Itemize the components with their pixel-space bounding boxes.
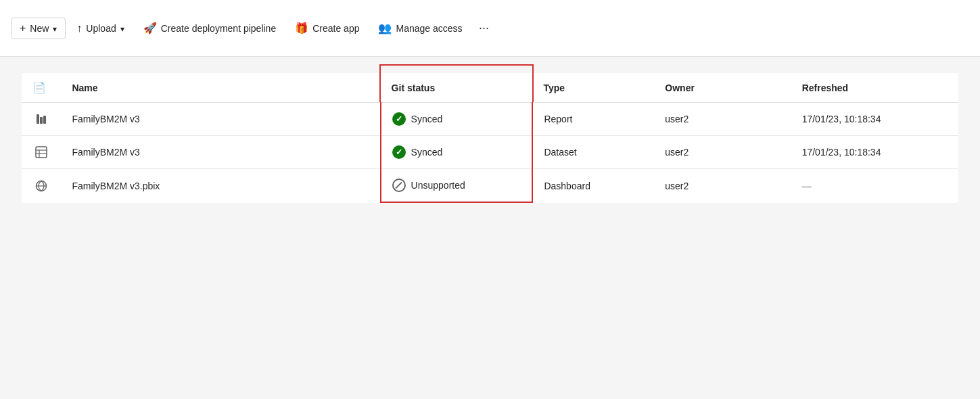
git-status-value: Synced bbox=[392, 112, 521, 126]
row-type: Report bbox=[532, 103, 654, 136]
more-icon: ··· bbox=[479, 21, 489, 35]
git-status-text: Synced bbox=[411, 114, 443, 124]
row-refreshed: 17/01/23, 10:18:34 bbox=[791, 136, 958, 169]
new-label: New bbox=[30, 23, 49, 34]
table-header-row: 📄 Name Git status Type Owner Refreshed bbox=[22, 73, 958, 103]
row-git-status: Synced bbox=[381, 136, 533, 169]
more-options-button[interactable]: ··· bbox=[473, 18, 495, 39]
row-type-icon bbox=[22, 169, 61, 203]
col-header-icon: 📄 bbox=[22, 73, 61, 103]
items-table: 📄 Name Git status Type Owner Refreshed bbox=[22, 73, 958, 203]
col-header-refreshed[interactable]: Refreshed bbox=[791, 73, 958, 103]
row-name: FamilyBM2M v3 bbox=[61, 103, 380, 136]
row-owner: user2 bbox=[654, 169, 791, 203]
row-type: Dashboard bbox=[532, 169, 654, 203]
svg-rect-3 bbox=[36, 147, 47, 158]
create-app-button[interactable]: 🎁 Create app bbox=[287, 18, 367, 39]
unsupported-icon bbox=[392, 179, 406, 192]
new-button[interactable]: + New bbox=[11, 18, 66, 39]
main-content: 📄 Name Git status Type Owner Refreshed bbox=[0, 57, 980, 219]
col-header-name[interactable]: Name bbox=[61, 73, 380, 103]
table-row[interactable]: FamilyBM2M v3 Synced Report user2 17/01/… bbox=[22, 103, 958, 136]
create-app-label: Create app bbox=[312, 23, 359, 34]
manage-access-icon: 👥 bbox=[378, 22, 392, 34]
create-pipeline-label: Create deployment pipeline bbox=[161, 23, 276, 34]
row-git-status: Unsupported bbox=[381, 169, 533, 203]
manage-access-button[interactable]: 👥 Manage access bbox=[370, 18, 470, 39]
git-status-text: Unsupported bbox=[411, 180, 465, 191]
row-type-icon bbox=[22, 103, 61, 136]
app-icon: 🎁 bbox=[295, 22, 308, 34]
manage-access-label: Manage access bbox=[396, 23, 462, 34]
row-type-icon bbox=[22, 136, 61, 169]
refreshed-value: 17/01/23, 10:18:34 bbox=[802, 114, 881, 124]
pipeline-icon: 🚀 bbox=[143, 22, 157, 34]
git-status-value: Unsupported bbox=[392, 179, 521, 192]
table-row[interactable]: FamilyBM2M v3 Synced Dataset user2 17/01… bbox=[22, 136, 958, 169]
toolbar: + New ↑ Upload 🚀 Create deployment pipel… bbox=[0, 0, 980, 57]
col-header-type[interactable]: Type bbox=[532, 73, 654, 103]
table-row[interactable]: FamilyBM2M v3.pbix Unsupported Dashboard… bbox=[22, 169, 958, 203]
plus-icon: + bbox=[20, 22, 26, 34]
upload-label: Upload bbox=[86, 23, 116, 34]
upload-icon: ↑ bbox=[76, 22, 82, 34]
git-status-text: Synced bbox=[411, 147, 443, 158]
col-header-owner[interactable]: Owner bbox=[654, 73, 791, 103]
row-type: Dataset bbox=[532, 136, 654, 169]
upload-chevron-icon bbox=[120, 23, 124, 34]
upload-button[interactable]: ↑ Upload bbox=[68, 18, 132, 39]
svg-rect-0 bbox=[37, 114, 39, 124]
git-status-value: Synced bbox=[392, 145, 521, 159]
row-git-status: Synced bbox=[381, 103, 533, 136]
col-header-git-status[interactable]: Git status bbox=[381, 73, 533, 103]
row-refreshed: 17/01/23, 10:18:34 bbox=[791, 103, 958, 136]
refreshed-value: 17/01/23, 10:18:34 bbox=[802, 147, 881, 158]
row-owner: user2 bbox=[654, 103, 791, 136]
row-name: FamilyBM2M v3 bbox=[61, 136, 380, 169]
create-pipeline-button[interactable]: 🚀 Create deployment pipeline bbox=[135, 18, 284, 39]
svg-rect-1 bbox=[40, 117, 43, 124]
row-refreshed: — bbox=[791, 169, 958, 203]
synced-icon bbox=[392, 112, 406, 126]
file-icon: 📄 bbox=[32, 82, 46, 93]
row-owner: user2 bbox=[654, 136, 791, 169]
row-name: FamilyBM2M v3.pbix bbox=[61, 169, 380, 203]
refreshed-dash: — bbox=[802, 181, 812, 191]
synced-icon bbox=[392, 145, 406, 159]
chevron-down-icon bbox=[53, 23, 57, 34]
svg-rect-2 bbox=[43, 116, 46, 124]
